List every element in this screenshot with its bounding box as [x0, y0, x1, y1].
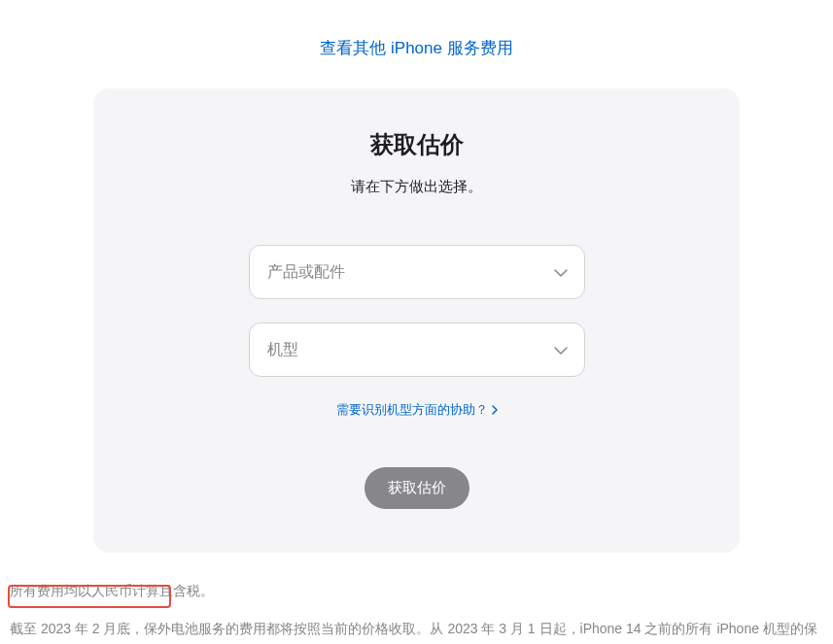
product-select[interactable]: 产品或配件: [249, 245, 585, 299]
model-select[interactable]: 机型: [249, 322, 585, 377]
model-select-placeholder: 机型: [267, 340, 298, 360]
help-link-label: 需要识别机型方面的协助？: [336, 401, 488, 419]
product-select-placeholder: 产品或配件: [267, 262, 345, 283]
footer-line-1: 所有费用均以人民币计算且含税。: [10, 578, 823, 604]
estimate-card: 获取估价 请在下方做出选择。 产品或配件 机型 需要识别机型方面的协助？ 获取估…: [93, 88, 740, 553]
card-subtitle: 请在下方做出选择。: [132, 178, 701, 196]
get-estimate-button[interactable]: 获取估价: [364, 467, 469, 509]
product-select-wrap: 产品或配件: [249, 245, 585, 299]
footer-line-2: 截至 2023 年 2 月底，保外电池服务的费用都将按照当前的价格收取。从 20…: [10, 616, 823, 644]
card-title: 获取估价: [132, 129, 701, 160]
chevron-right-icon: [492, 403, 498, 418]
identify-model-help-link[interactable]: 需要识别机型方面的协助？: [336, 401, 498, 419]
other-services-link[interactable]: 查看其他 iPhone 服务费用: [320, 39, 512, 57]
footer-notes: 所有费用均以人民币计算且含税。 截至 2023 年 2 月底，保外电池服务的费用…: [0, 553, 833, 644]
model-select-wrap: 机型: [249, 322, 585, 377]
top-link-wrap: 查看其他 iPhone 服务费用: [0, 0, 833, 59]
